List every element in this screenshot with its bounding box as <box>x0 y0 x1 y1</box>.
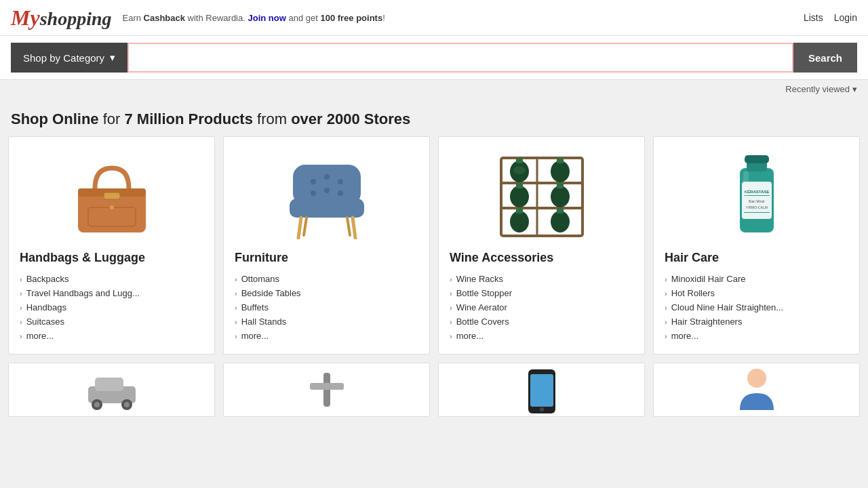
list-item[interactable]: ›Backpacks <box>20 272 203 286</box>
list-item[interactable]: ›Minoxidil Hair Care <box>665 272 848 286</box>
promo-prefix: Earn <box>122 13 143 23</box>
join-now-link[interactable]: Join now <box>248 13 285 23</box>
chevron-right-icon: › <box>235 304 237 312</box>
shop-by-category-button[interactable]: Shop by Category ▾ <box>11 43 127 73</box>
svg-rect-43 <box>743 171 749 212</box>
svg-text:FIRMO-CALM: FIRMO-CALM <box>746 205 768 209</box>
svg-point-15 <box>324 188 330 193</box>
svg-rect-31 <box>516 208 523 214</box>
svg-point-4 <box>110 205 114 209</box>
recently-viewed-bar: Recently viewed ▾ <box>0 80 868 98</box>
recently-viewed-arrow[interactable]: ▾ <box>852 84 857 94</box>
svg-rect-36 <box>745 155 769 163</box>
svg-rect-45 <box>95 378 123 391</box>
chevron-right-icon: › <box>235 332 237 340</box>
list-item[interactable]: ›Suitcases <box>20 314 203 329</box>
svg-point-24 <box>551 161 570 182</box>
svg-point-54 <box>540 407 544 411</box>
search-button[interactable]: Search <box>793 43 857 73</box>
furniture-links: ›Ottomans ›Bedside Tables ›Buffets ›Hall… <box>235 272 418 343</box>
handbags-links: ›Backpacks ›Travel Handbags and Lugg... … <box>20 272 203 343</box>
list-item[interactable]: ›more... <box>20 329 203 343</box>
category-card-wine: Wine Accessories ›Wine Racks ›Bottle Sto… <box>438 136 645 354</box>
list-item[interactable]: ›Handbags <box>20 300 203 314</box>
chevron-right-icon: › <box>665 275 667 283</box>
category-card-furniture: Furniture ›Ottomans ›Bedside Tables ›Buf… <box>223 136 430 354</box>
svg-line-9 <box>304 218 307 235</box>
list-item[interactable]: ›Ottomans <box>235 272 418 286</box>
svg-rect-22 <box>516 158 523 163</box>
haircare-svg: KÉRASTASE Bain Miroir FIRMO-CALM <box>723 151 791 239</box>
list-item[interactable]: ›Travel Handbags and Lugg... <box>20 286 203 300</box>
chevron-right-icon: › <box>450 318 452 326</box>
bottom-card-3 <box>438 363 645 417</box>
list-item[interactable]: ›more... <box>665 329 848 343</box>
promo-suffix: and get <box>286 13 321 23</box>
svg-rect-27 <box>516 183 523 188</box>
svg-rect-2 <box>104 192 120 199</box>
search-input[interactable] <box>129 44 792 71</box>
lists-link[interactable]: Lists <box>804 12 823 23</box>
list-item[interactable]: ›Wine Racks <box>450 272 633 286</box>
chevron-right-icon: › <box>235 289 237 298</box>
svg-point-11 <box>311 179 316 184</box>
promo-cashback: Cashback <box>144 13 185 23</box>
handbags-image <box>20 148 203 243</box>
tool-svg <box>300 369 354 410</box>
promo-end: ! <box>382 13 385 23</box>
car-svg <box>85 369 139 410</box>
chevron-right-icon: › <box>665 304 667 312</box>
svg-point-12 <box>324 174 330 180</box>
svg-rect-53 <box>530 374 553 407</box>
hero-million: 7 Million Products <box>124 110 252 127</box>
list-item[interactable]: ›more... <box>450 329 633 343</box>
hero-text: Shop Online for 7 Million Products from … <box>0 98 868 136</box>
recently-viewed-label[interactable]: Recently viewed <box>785 84 850 94</box>
handbag-svg <box>58 155 166 236</box>
list-item[interactable]: ›Wine Aerator <box>450 300 633 314</box>
svg-line-8 <box>353 218 355 238</box>
svg-point-16 <box>338 190 343 196</box>
chevron-right-icon: › <box>20 332 22 340</box>
logo-area: Myshopping Earn Cashback with Rewardia. … <box>11 7 385 28</box>
login-link[interactable]: Login <box>834 12 857 23</box>
svg-rect-42 <box>744 212 770 213</box>
wine-rack-svg <box>488 151 596 239</box>
category-card-haircare: KÉRASTASE Bain Miroir FIRMO-CALM Hair Ca… <box>653 136 860 354</box>
hero-stores: over 2000 Stores <box>291 110 410 127</box>
header-links: Lists Login <box>804 12 857 23</box>
svg-point-32 <box>551 211 570 232</box>
svg-point-28 <box>551 186 570 207</box>
wine-links: ›Wine Racks ›Bottle Stopper ›Wine Aerato… <box>450 272 633 343</box>
haircare-links: ›Minoxidil Hair Care ›Hot Rollers ›Cloud… <box>665 272 848 343</box>
chevron-right-icon: › <box>235 318 237 326</box>
list-item[interactable]: ›Hall Stands <box>235 314 418 329</box>
svg-line-7 <box>298 218 301 238</box>
list-item[interactable]: ›Bottle Stopper <box>450 286 633 300</box>
furniture-image <box>235 148 418 243</box>
list-item[interactable]: ›Bedside Tables <box>235 286 418 300</box>
chevron-right-icon: › <box>235 275 237 283</box>
svg-point-49 <box>124 402 130 407</box>
hero-shop-online: Shop Online <box>11 110 99 127</box>
list-item[interactable]: ›Bottle Covers <box>450 314 633 329</box>
search-bar: Shop by Category ▾ Search <box>0 36 868 80</box>
header-top: Myshopping Earn Cashback with Rewardia. … <box>0 0 868 36</box>
chevron-right-icon: › <box>665 332 667 340</box>
chevron-right-icon: › <box>20 318 22 326</box>
list-item[interactable]: ›Buffets <box>235 300 418 314</box>
site-logo[interactable]: Myshopping <box>11 7 111 28</box>
hero-from: from <box>253 110 291 127</box>
wine-title: Wine Accessories <box>450 251 633 265</box>
svg-point-30 <box>510 211 529 232</box>
bottom-card-2 <box>223 363 430 417</box>
list-item[interactable]: ›Cloud Nine Hair Straighten... <box>665 300 848 314</box>
handbags-title: Handbags & Luggage <box>20 251 203 265</box>
wine-image <box>450 148 633 243</box>
logo-shopping: shopping <box>40 8 112 29</box>
svg-point-47 <box>94 402 100 407</box>
list-item[interactable]: ›more... <box>235 329 418 343</box>
search-input-wrapper <box>127 43 793 73</box>
list-item[interactable]: ›Hot Rollers <box>665 286 848 300</box>
list-item[interactable]: ›Hair Straighteners <box>665 314 848 329</box>
